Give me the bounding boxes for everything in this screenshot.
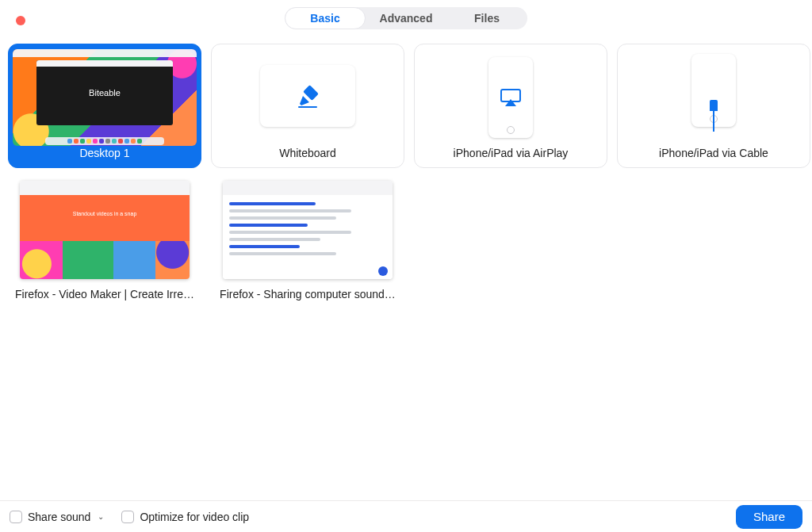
source-label: Firefox - Video Maker | Create Irre… <box>8 288 201 300</box>
share-source-grid: Biteable Desktop 1 Whiteboard <box>8 44 804 302</box>
tab-basic[interactable]: Basic <box>285 7 366 29</box>
checkbox-box <box>121 511 134 523</box>
optimize-label: Optimize for video clip <box>140 511 249 523</box>
source-airplay[interactable]: iPhone/iPad via AirPlay <box>414 44 607 168</box>
desktop-1-thumbnail: Biteable <box>13 49 197 146</box>
svg-marker-4 <box>505 99 516 106</box>
firefox-window-thumbnail <box>20 181 190 279</box>
cable-phone-thumbnail <box>691 54 736 127</box>
airplay-icon <box>500 89 521 106</box>
source-firefox-video-maker[interactable]: Firefox - Video Maker | Create Irre… <box>8 178 201 302</box>
source-cable[interactable]: iPhone/iPad via Cable <box>617 44 810 168</box>
share-button[interactable]: Share <box>736 505 802 529</box>
close-window-button[interactable] <box>16 16 25 25</box>
marker-icon <box>293 82 322 110</box>
source-label: Desktop 1 <box>9 147 201 159</box>
cable-icon <box>710 100 718 132</box>
svg-rect-2 <box>298 106 317 108</box>
svg-marker-0 <box>300 96 309 105</box>
svg-rect-1 <box>303 85 319 101</box>
source-label: Firefox - Sharing computer sound… <box>211 288 404 300</box>
whiteboard-thumbnail <box>260 65 355 127</box>
source-label: iPhone/iPad via Cable <box>618 147 810 159</box>
tab-advanced[interactable]: Advanced <box>366 7 446 29</box>
optimize-video-checkbox[interactable]: Optimize for video clip <box>121 511 249 523</box>
footer-bar: Share sound ⌄ Optimize for video clip Sh… <box>0 500 812 532</box>
share-screen-window: Basic Advanced Files Biteable Desktop 1 <box>0 0 812 532</box>
source-desktop-1[interactable]: Biteable Desktop 1 <box>8 44 201 168</box>
source-label: iPhone/iPad via AirPlay <box>415 147 607 159</box>
airplay-phone-thumbnail <box>488 57 533 138</box>
firefox-window-thumbnail <box>223 181 393 279</box>
source-firefox-sharing-sound[interactable]: Firefox - Sharing computer sound… <box>211 178 404 302</box>
checkbox-box <box>10 511 22 523</box>
share-sound-checkbox[interactable]: Share sound ⌄ <box>10 511 104 523</box>
source-whiteboard[interactable]: Whiteboard <box>211 44 404 168</box>
desktop-preview-text: Biteable <box>89 88 121 98</box>
chevron-down-icon[interactable]: ⌄ <box>98 512 104 521</box>
share-sound-label: Share sound <box>28 511 90 523</box>
share-mode-tabs: Basic Advanced Files <box>285 7 527 29</box>
source-label: Whiteboard <box>212 147 404 159</box>
tab-files[interactable]: Files <box>446 7 527 29</box>
